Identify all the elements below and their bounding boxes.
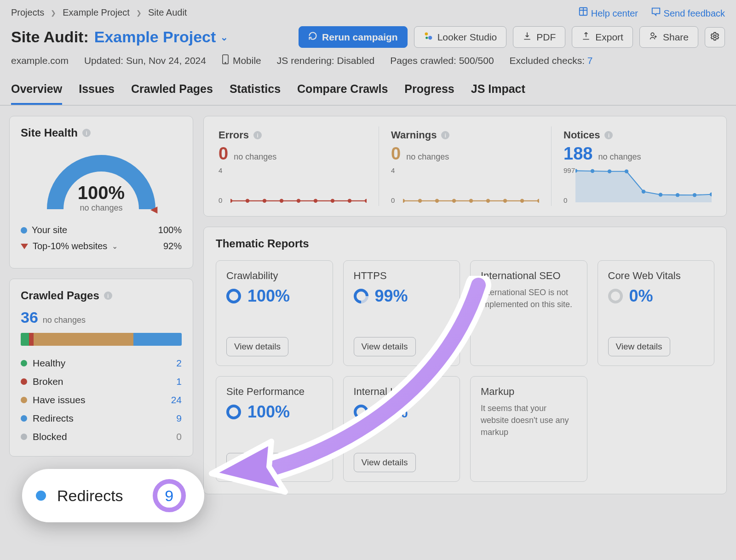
breadcrumb-projects[interactable]: Projects <box>11 7 44 18</box>
meta-excluded: Excluded checks: 7 <box>510 55 593 66</box>
tab-statistics[interactable]: Statistics <box>230 82 281 105</box>
looker-studio-button[interactable]: Looker Studio <box>414 26 507 48</box>
crawled-row-label: Have issues <box>33 394 85 406</box>
stat-sub: no changes <box>234 152 276 162</box>
crawled-pages-card: Crawled Pages i 36 no changes Healthy 2 … <box>9 279 193 457</box>
thematic-card: Site Performance 100% View details <box>216 376 333 482</box>
view-details-button[interactable]: View details <box>354 453 416 472</box>
svg-point-24 <box>520 199 524 203</box>
crawled-row-label: Broken <box>33 376 63 387</box>
rerun-campaign-button[interactable]: Rerun campaign <box>299 26 408 48</box>
view-details-button[interactable]: View details <box>226 453 288 472</box>
crawled-row[interactable]: Broken 1 <box>21 372 182 391</box>
info-icon[interactable]: i <box>104 291 112 300</box>
top10-value: 92% <box>163 241 182 251</box>
svg-point-12 <box>297 199 300 203</box>
gauge-marker-icon: ◀ <box>150 204 157 215</box>
stat-warnings[interactable]: Warnings i 0 no changes 4 0 <box>379 126 551 206</box>
thematic-card-title: HTTPS <box>354 270 450 282</box>
svg-point-14 <box>331 199 334 203</box>
crawled-row[interactable]: Healthy 2 <box>21 354 182 372</box>
thematic-card: Crawlability 100% View details <box>216 260 333 366</box>
svg-point-23 <box>503 199 507 203</box>
thematic-percent: 0% <box>629 286 653 306</box>
svg-point-28 <box>608 169 611 173</box>
tab-js-impact[interactable]: JS Impact <box>471 82 525 105</box>
site-health-percent: 100% <box>46 183 156 203</box>
view-details-button[interactable]: View details <box>608 337 670 356</box>
project-selector[interactable]: Example Project ⌄ <box>94 28 229 46</box>
tab-progress[interactable]: Progress <box>404 82 454 105</box>
stat-title: Notices <box>564 129 600 141</box>
crawled-row[interactable]: Redirects 9 <box>21 409 182 428</box>
stat-value: 0 <box>391 144 401 164</box>
chevron-right-icon: ❯ <box>136 9 142 17</box>
crawled-row-value: 1 <box>166 376 182 387</box>
tab-crawled-pages[interactable]: Crawled Pages <box>131 82 213 105</box>
svg-point-15 <box>348 199 351 203</box>
crawled-bar <box>21 333 182 346</box>
crawled-title: Crawled Pages <box>21 289 99 302</box>
stat-sub: no changes <box>406 152 449 162</box>
send-feedback-label: Send feedback <box>664 8 725 18</box>
tab-overview[interactable]: Overview <box>11 82 62 105</box>
view-details-button[interactable]: View details <box>226 337 288 356</box>
stat-sparkline: 4 0 <box>391 167 539 203</box>
thematic-card-title: Crawlability <box>226 270 322 282</box>
info-icon[interactable]: i <box>253 131 262 139</box>
meta-crawled: Pages crawled: 500/500 <box>390 55 494 66</box>
upload-icon <box>581 31 591 43</box>
help-center-link[interactable]: Help center <box>578 6 638 19</box>
tab-compare-crawls[interactable]: Compare Crawls <box>297 82 388 105</box>
svg-point-16 <box>365 199 367 203</box>
meta-updated: Updated: Sun, Nov 24, 2024 <box>84 55 206 66</box>
stat-notices[interactable]: Notices i 188 no changes 997 0 <box>551 126 724 206</box>
thematic-card-title: Core Web Vitals <box>608 270 704 282</box>
stat-sub: no changes <box>598 152 641 162</box>
svg-point-29 <box>625 169 628 173</box>
share-button[interactable]: Share <box>639 26 698 48</box>
svg-point-18 <box>418 199 422 203</box>
crawled-row[interactable]: Have issues 24 <box>21 391 182 409</box>
send-feedback-link[interactable]: Send feedback <box>651 6 725 19</box>
svg-point-27 <box>591 169 594 173</box>
export-button[interactable]: Export <box>572 26 633 48</box>
share-label: Share <box>663 32 689 43</box>
info-icon[interactable]: i <box>441 131 449 139</box>
svg-point-9 <box>246 199 249 203</box>
export-label: Export <box>595 32 623 43</box>
triangle-down-icon <box>21 244 28 249</box>
tab-issues[interactable]: Issues <box>79 82 115 105</box>
legend-your-site-value: 100% <box>158 225 182 235</box>
crawled-row-label: Redirects <box>33 413 74 424</box>
site-health-sub: no changes <box>46 203 156 213</box>
chevron-right-icon: ❯ <box>51 9 56 17</box>
view-details-button[interactable]: View details <box>354 337 416 356</box>
meta-js: JS rendering: Disabled <box>277 55 374 66</box>
svg-point-11 <box>280 199 283 203</box>
download-icon <box>523 31 532 43</box>
crawled-value[interactable]: 36 <box>21 309 38 326</box>
breadcrumb-project[interactable]: Example Project <box>63 7 130 18</box>
settings-button[interactable] <box>705 27 725 47</box>
dot-icon <box>21 415 27 422</box>
thematic-card: Core Web Vitals 0% View details <box>598 260 715 366</box>
progress-ring-icon <box>608 289 623 303</box>
meta-excluded-label: Excluded checks: <box>510 55 585 66</box>
book-icon <box>578 6 588 17</box>
info-icon[interactable]: i <box>604 131 613 139</box>
pdf-button[interactable]: PDF <box>513 26 565 48</box>
stat-title: Errors <box>218 129 249 141</box>
progress-ring-icon <box>351 286 371 306</box>
crawled-row[interactable]: Blocked 0 <box>21 428 182 446</box>
refresh-icon <box>308 31 317 43</box>
info-icon[interactable]: i <box>82 129 91 137</box>
page-title: Site Audit: <box>11 28 89 46</box>
thematic-card-title: Site Performance <box>226 386 322 398</box>
thematic-percent: 100% <box>247 286 290 306</box>
meta-excluded-count[interactable]: 7 <box>587 55 593 66</box>
crawled-row-value: 9 <box>166 413 182 424</box>
top10-toggle[interactable]: Top-10% websites ⌄ <box>21 241 118 251</box>
stat-errors[interactable]: Errors i 0 no changes 4 0 <box>207 126 379 206</box>
svg-point-1 <box>425 33 428 36</box>
